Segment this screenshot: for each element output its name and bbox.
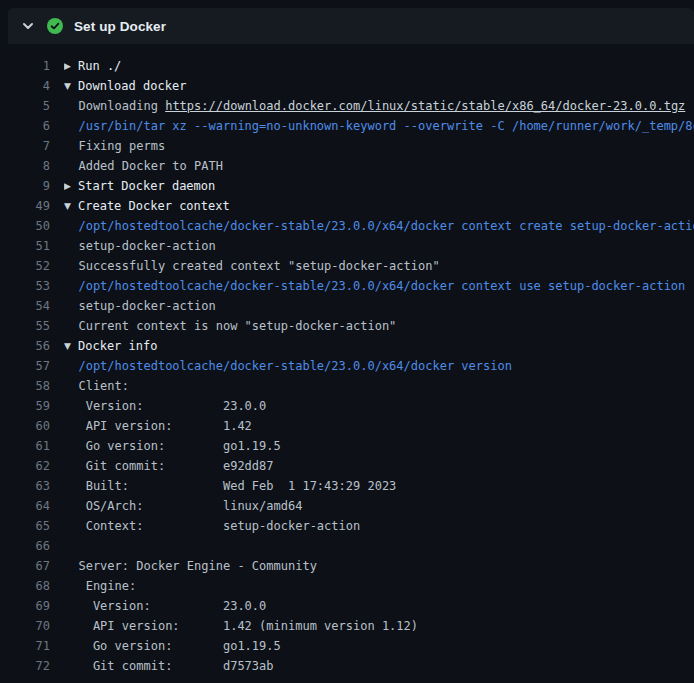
log-line: 66: [0, 536, 694, 556]
line-content: /usr/bin/tar xz --warning=no-unknown-key…: [64, 116, 694, 136]
actions-log-page: { "header": { "title": "Set up Docker", …: [0, 0, 694, 683]
log-text: Start Docker daemon: [78, 179, 215, 193]
chevron-down-icon[interactable]: ▼: [64, 336, 78, 356]
line-number[interactable]: 7: [0, 136, 50, 156]
line-content: Go version: go1.19.5: [64, 636, 694, 656]
line-content: API version: 1.42 (minimum version 1.12): [64, 616, 694, 636]
chevron-right-icon[interactable]: ▶: [64, 56, 78, 76]
line-number[interactable]: 60: [0, 416, 50, 436]
line-content: Context: setup-docker-action: [64, 516, 694, 536]
line-content: /opt/hostedtoolcache/docker-stable/23.0.…: [64, 216, 694, 236]
line-number[interactable]: 55: [0, 316, 50, 336]
chevron-right-icon[interactable]: ▶: [64, 176, 78, 196]
line-content: setup-docker-action: [64, 296, 694, 316]
line-number[interactable]: 56: [0, 336, 50, 356]
line-content: Server: Docker Engine - Community: [64, 556, 694, 576]
line-content: Version: 23.0.0: [64, 396, 694, 416]
line-content: Current context is now "setup-docker-act…: [64, 316, 694, 336]
line-number[interactable]: 71: [0, 636, 50, 656]
log-line: 70 API version: 1.42 (minimum version 1.…: [0, 616, 694, 636]
log-line: 72 Git commit: d7573ab: [0, 656, 694, 676]
step-header[interactable]: Set up Docker: [8, 8, 694, 44]
line-content: ▼Download docker: [64, 76, 694, 96]
line-number[interactable]: 58: [0, 376, 50, 396]
line-number[interactable]: 1: [0, 56, 50, 76]
log-line: 5 Downloading https://download.docker.co…: [0, 96, 694, 116]
line-number[interactable]: 6: [0, 116, 50, 136]
log-line: 56▼Docker info: [0, 336, 694, 356]
log-line: 57 /opt/hostedtoolcache/docker-stable/23…: [0, 356, 694, 376]
log-text: Fixing perms: [64, 139, 165, 153]
log-link[interactable]: https://download.docker.com/linux/static…: [165, 99, 685, 113]
line-number[interactable]: 72: [0, 656, 50, 676]
log-line: 62 Git commit: e92dd87: [0, 456, 694, 476]
step-title: Set up Docker: [74, 19, 166, 34]
line-content: Client:: [64, 376, 694, 396]
line-number[interactable]: 5: [0, 96, 50, 116]
line-content: Engine:: [64, 576, 694, 596]
chevron-down-icon[interactable]: ▼: [64, 196, 78, 216]
log-line: 7 Fixing perms: [0, 136, 694, 156]
log-line: 8 Added Docker to PATH: [0, 156, 694, 176]
line-content: Git commit: d7573ab: [64, 656, 694, 676]
log-text: /opt/hostedtoolcache/docker-stable/23.0.…: [64, 219, 694, 233]
line-content: Built: Wed Feb 1 17:43:29 2023: [64, 476, 694, 496]
log-text: Create Docker context: [78, 199, 230, 213]
log-line: 63 Built: Wed Feb 1 17:43:29 2023: [0, 476, 694, 496]
chevron-down-icon[interactable]: ▼: [64, 76, 78, 96]
log-text: Docker info: [78, 339, 157, 353]
log-text: /opt/hostedtoolcache/docker-stable/23.0.…: [64, 279, 685, 293]
line-number[interactable]: 54: [0, 296, 50, 316]
line-number[interactable]: 52: [0, 256, 50, 276]
log-line: 58 Client:: [0, 376, 694, 396]
line-content: Go version: go1.19.5: [64, 436, 694, 456]
line-number[interactable]: 66: [0, 536, 50, 556]
log-line: 53 /opt/hostedtoolcache/docker-stable/23…: [0, 276, 694, 296]
line-number[interactable]: 9: [0, 176, 50, 196]
line-number[interactable]: 50: [0, 216, 50, 236]
line-content: Git commit: e92dd87: [64, 456, 694, 476]
log-text: Download docker: [78, 79, 186, 93]
log-text: Successfully created context "setup-dock…: [64, 259, 440, 273]
log-text: /opt/hostedtoolcache/docker-stable/23.0.…: [64, 359, 512, 373]
log-line: 65 Context: setup-docker-action: [0, 516, 694, 536]
log-text: Git commit: d7573ab: [64, 659, 274, 673]
log-line: 1▶Run ./: [0, 56, 694, 76]
line-number[interactable]: 8: [0, 156, 50, 176]
line-number[interactable]: 65: [0, 516, 50, 536]
line-number[interactable]: 49: [0, 196, 50, 216]
line-content: /opt/hostedtoolcache/docker-stable/23.0.…: [64, 356, 694, 376]
line-number[interactable]: 67: [0, 556, 50, 576]
line-content: Version: 23.0.0: [64, 596, 694, 616]
log-text: Version: 23.0.0: [64, 599, 266, 613]
log-text: Server: Docker Engine - Community: [64, 559, 317, 573]
chevron-down-icon[interactable]: [20, 18, 36, 34]
log-text: Context: setup-docker-action: [64, 519, 360, 533]
line-number[interactable]: 62: [0, 456, 50, 476]
line-number[interactable]: 61: [0, 436, 50, 456]
line-content: [64, 536, 694, 556]
line-content: API version: 1.42: [64, 416, 694, 436]
log-text: OS/Arch: linux/amd64: [64, 499, 302, 513]
line-number[interactable]: 69: [0, 596, 50, 616]
log-viewer: 1▶Run ./4▼Download docker5 Downloading h…: [0, 44, 694, 676]
log-line: 9▶Start Docker daemon: [0, 176, 694, 196]
line-number[interactable]: 64: [0, 496, 50, 516]
line-number[interactable]: 59: [0, 396, 50, 416]
line-number[interactable]: 68: [0, 576, 50, 596]
line-number[interactable]: 70: [0, 616, 50, 636]
line-content: Downloading https://download.docker.com/…: [64, 96, 694, 116]
line-number[interactable]: 4: [0, 76, 50, 96]
line-number[interactable]: 51: [0, 236, 50, 256]
line-content: OS/Arch: linux/amd64: [64, 496, 694, 516]
log-line: 50 /opt/hostedtoolcache/docker-stable/23…: [0, 216, 694, 236]
line-number[interactable]: 57: [0, 356, 50, 376]
log-line: 60 API version: 1.42: [0, 416, 694, 436]
line-number[interactable]: 53: [0, 276, 50, 296]
line-number[interactable]: 63: [0, 476, 50, 496]
line-content: Fixing perms: [64, 136, 694, 156]
log-text: Run ./: [78, 59, 121, 73]
line-content: Added Docker to PATH: [64, 156, 694, 176]
log-text: Built: Wed Feb 1 17:43:29 2023: [64, 479, 396, 493]
log-text: Downloading: [64, 99, 165, 113]
